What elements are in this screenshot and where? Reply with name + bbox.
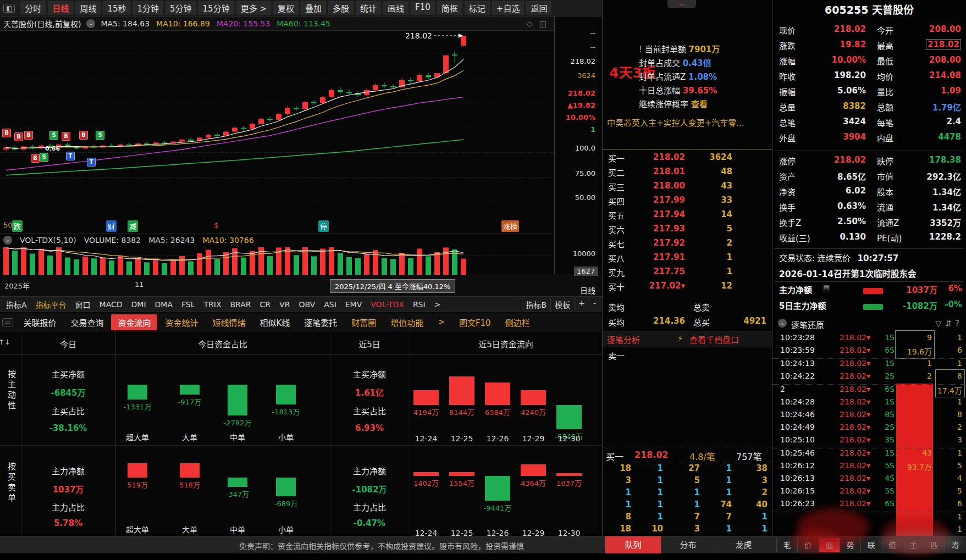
period-tab-分时[interactable]: 分时 <box>20 1 46 15</box>
tool-button-复权[interactable]: 复权 <box>273 1 299 15</box>
indicator-tab-EMV[interactable]: EMV <box>341 299 366 310</box>
function-tab-短线情绪[interactable]: 短线情绪 <box>206 314 252 330</box>
function-tab-资金流向[interactable]: 资金流向 <box>111 314 157 330</box>
bottom-tab-分布[interactable]: 分布 <box>661 536 715 554</box>
indicator-tab-指标B[interactable]: 指标B <box>522 298 551 311</box>
indicator-tab-CR[interactable]: CR <box>256 299 275 310</box>
split-panel-icon[interactable]: ◫ <box>539 19 547 28</box>
mini-tab-势[interactable]: 势 <box>840 538 860 552</box>
mini-tab-匹[interactable]: 匹 <box>924 538 945 552</box>
chevron-down-icon[interactable]: ⌄ <box>778 319 787 328</box>
tool-button-返回[interactable]: 返回 <box>526 1 551 15</box>
indicator-tab-TRIX[interactable]: TRIX <box>200 299 225 310</box>
function-tab-图文F10[interactable]: 图文F10 <box>452 314 498 330</box>
main-candlestick-chart[interactable]: 218.02 BBBSBBSBS0.66TT <box>0 31 554 219</box>
function-tab-相似K线[interactable]: 相似K线 <box>253 314 296 330</box>
bid-row-5[interactable]: 买五217.9414 <box>603 209 772 224</box>
function-tab-增值功能[interactable]: 增值功能 <box>384 314 430 330</box>
tick-list-tools[interactable]: ▽⇵? <box>935 319 963 329</box>
tool-button-画线[interactable]: 画线 <box>383 1 409 15</box>
period-tab-1分钟[interactable]: 1分钟 <box>133 1 163 15</box>
period-tab-15秒[interactable]: 15秒 <box>103 1 130 15</box>
mini-tab-价[interactable]: 价 <box>797 538 818 552</box>
tool-button-统计[interactable]: 统计 <box>356 1 381 15</box>
mini-tab-值[interactable]: 值 <box>882 538 903 552</box>
function-tab-侧边栏[interactable]: 侧边栏 <box>499 314 537 330</box>
mini-tab-细[interactable]: 细 <box>819 538 840 552</box>
collapse-up-icon[interactable]: ︽ <box>667 0 696 8</box>
indicator-tab-FSL[interactable]: FSL <box>178 299 199 310</box>
indicator-tab-+[interactable]: + <box>574 298 589 311</box>
document-icon[interactable]: ▤ <box>823 284 830 292</box>
indicator-tab-VOL-TDX[interactable]: VOL-TDX <box>367 299 408 310</box>
indicator-tab-DMI[interactable]: DMI <box>128 299 150 310</box>
period-axis-label[interactable]: 日线 <box>580 285 595 296</box>
function-tab-资金统计[interactable]: 资金统计 <box>158 314 205 330</box>
function-tab-财富圈[interactable]: 财富圈 <box>345 314 383 330</box>
tool-button-标记[interactable]: 标记 <box>465 1 490 15</box>
function-tab-逐笔委托[interactable]: 逐笔委托 <box>297 314 344 330</box>
indicator-tab-BRAR[interactable]: BRAR <box>226 299 255 310</box>
event-tag-$[interactable]: $ <box>212 220 220 230</box>
bottom-tab-队列[interactable]: 队列 <box>605 536 661 554</box>
event-tag-减[interactable]: 减 <box>128 220 138 232</box>
window-icon[interactable]: ◧ <box>3 4 15 13</box>
event-tag-跌[interactable]: 跌 <box>12 220 23 232</box>
indicator-tab-指标平台[interactable]: 指标平台 <box>32 298 70 311</box>
indicator-tab->[interactable]: > <box>430 299 445 310</box>
bid-row-8[interactable]: 买八217.911 <box>603 252 772 267</box>
indicator-tab-VR[interactable]: VR <box>275 299 294 310</box>
indicator-tab--[interactable]: - <box>589 298 600 311</box>
indicator-tab-指标A[interactable]: 指标A <box>2 298 31 311</box>
tool-button-叠加[interactable]: 叠加 <box>301 1 326 15</box>
info-value[interactable]: 查看 <box>691 99 708 109</box>
event-tag-财[interactable]: 财 <box>106 220 117 232</box>
tool-button-简框[interactable]: 简框 <box>437 1 462 15</box>
theme-concepts[interactable]: 中昊芯英入主+实控人变更+汽车零... <box>607 117 770 128</box>
indicator-tab-窗口[interactable]: 窗口 <box>71 298 95 311</box>
indicator-tab-ASI[interactable]: ASI <box>320 299 340 310</box>
diamond-icon[interactable]: ◇ <box>527 19 533 28</box>
bid-row-6[interactable]: 买六217.935 <box>603 224 772 238</box>
function-tab-交易查询[interactable]: 交易查询 <box>64 314 110 330</box>
indicator-tab-RSI[interactable]: RSI <box>409 299 429 310</box>
function-tab->[interactable]: > <box>431 315 451 329</box>
event-tag-涨榜[interactable]: 涨榜 <box>501 220 519 232</box>
tick-analysis-link[interactable]: 逐笔分析 <box>607 334 640 345</box>
period-tab-更多 >[interactable]: 更多 > <box>236 1 271 15</box>
bid-row-7[interactable]: 买七217.922 <box>603 238 772 252</box>
mini-tab-毛[interactable]: 毛 <box>776 538 797 552</box>
tick-time: 10:26:13 <box>780 474 815 483</box>
quote-row-总笔: 总笔3424每笔2.4 <box>772 117 966 132</box>
chevron-down-icon[interactable]: ⌄ <box>3 236 12 245</box>
chevron-down-icon[interactable]: ⌄ <box>86 19 95 28</box>
bid-row-3[interactable]: 买三218.0043 <box>603 181 772 195</box>
indicator-tab-DMA[interactable]: DMA <box>151 299 176 310</box>
period-tab-15分钟[interactable]: 15分钟 <box>198 1 234 15</box>
bottom-tab-龙虎[interactable]: 龙虎 <box>715 536 772 554</box>
bid-row-1[interactable]: 买一218.023624 <box>603 152 772 167</box>
tool-button-+自选[interactable]: +自选 <box>492 1 525 15</box>
mini-tab-主[interactable]: 主 <box>903 538 924 552</box>
mini-tab-寿[interactable]: 寿 <box>945 538 965 552</box>
period-tab-周线[interactable]: 周线 <box>75 1 101 15</box>
bid-row-10[interactable]: 买十217.02▾12 <box>603 281 772 295</box>
bid-row-4[interactable]: 买四217.9933 <box>603 195 772 209</box>
bid-row-9[interactable]: 买九217.751 <box>603 267 772 281</box>
function-tab-关联报价[interactable]: 关联报价 <box>16 314 63 330</box>
list-icon[interactable]: ▭ <box>2 318 13 326</box>
fundflow-header-0[interactable]: ↑↓ <box>0 338 10 346</box>
volume-chart[interactable] <box>0 247 554 275</box>
bid-row-2[interactable]: 买二218.0148 <box>603 167 772 181</box>
tool-button-多股[interactable]: 多股 <box>328 1 354 15</box>
indicator-tab-模板[interactable]: 模板 <box>550 298 574 311</box>
tool-button-F10[interactable]: F10 <box>411 1 435 15</box>
fundflow-axis-label-12-29: 12-29 <box>522 434 545 443</box>
indicator-tab-OBV[interactable]: OBV <box>295 299 319 310</box>
mini-tab-联[interactable]: 联 <box>860 538 881 552</box>
event-tag-停[interactable]: 停 <box>318 220 329 232</box>
thousand-depth-link[interactable]: 查看千档盘口 <box>689 334 739 345</box>
period-tab-5分钟[interactable]: 5分钟 <box>165 1 196 15</box>
indicator-tab-MACD[interactable]: MACD <box>96 299 126 310</box>
period-tab-日线[interactable]: 日线 <box>48 1 73 15</box>
